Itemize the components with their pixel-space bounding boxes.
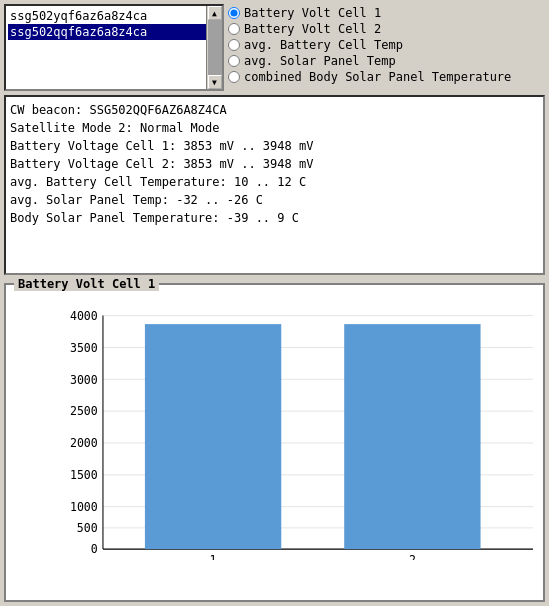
scroll-down-button[interactable]: ▼: [208, 75, 222, 89]
scrollbar-vertical[interactable]: ▲ ▼: [206, 6, 222, 89]
radio-label-4: avg. Solar Panel Temp: [244, 54, 396, 68]
svg-text:500: 500: [77, 521, 98, 535]
svg-text:1500: 1500: [70, 468, 98, 482]
beacon-line-2: Satellite Mode 2: Normal Mode: [10, 119, 539, 137]
svg-text:1: 1: [210, 553, 217, 560]
radio-battery-volt-cell2[interactable]: [228, 23, 240, 35]
scroll-up-button[interactable]: ▲: [208, 6, 222, 20]
radio-panel: Battery Volt Cell 1 Battery Volt Cell 2 …: [228, 4, 511, 91]
beacon-line-6: avg. Solar Panel Temp: -32 .. -26 C: [10, 191, 539, 209]
radio-avg-solar-panel-temp[interactable]: [228, 55, 240, 67]
radio-item-1[interactable]: Battery Volt Cell 1: [228, 6, 511, 20]
beacon-line-7: Body Solar Panel Temperature: -39 .. 9 C: [10, 209, 539, 227]
radio-combined-body-solar[interactable]: [228, 71, 240, 83]
beacon-line-1: CW beacon: SSG502QQF6AZ6A8Z4CA: [10, 101, 539, 119]
radio-item-2[interactable]: Battery Volt Cell 2: [228, 22, 511, 36]
beacon-line-3: Battery Voltage Cell 1: 3853 mV .. 3948 …: [10, 137, 539, 155]
radio-avg-battery-cell-temp[interactable]: [228, 39, 240, 51]
svg-text:3000: 3000: [70, 372, 98, 386]
scroll-track: [208, 20, 222, 75]
radio-label-3: avg. Battery Cell Temp: [244, 38, 403, 52]
svg-text:2500: 2500: [70, 404, 98, 418]
chart-svg: 4000 3500 3000 2500 2000 1500 1000: [61, 305, 533, 560]
satellite-list-content: ssg502yqf6az6a8z4ca ssg502qqf6az6a8z4ca: [6, 6, 222, 42]
radio-label-1: Battery Volt Cell 1: [244, 6, 381, 20]
main-container: ssg502yqf6az6a8z4ca ssg502qqf6az6a8z4ca …: [0, 0, 549, 606]
svg-text:2: 2: [409, 553, 416, 560]
svg-text:0: 0: [91, 542, 98, 556]
svg-text:2000: 2000: [70, 436, 98, 450]
satellite-item-1[interactable]: ssg502yqf6az6a8z4ca: [8, 8, 220, 24]
top-section: ssg502yqf6az6a8z4ca ssg502qqf6az6a8z4ca …: [0, 0, 549, 95]
beacon-line-5: avg. Battery Cell Temperature: 10 .. 12 …: [10, 173, 539, 191]
satellite-item-2[interactable]: ssg502qqf6az6a8z4ca: [8, 24, 220, 40]
svg-text:3500: 3500: [70, 341, 98, 355]
svg-text:4000: 4000: [70, 309, 98, 323]
bar-2: [344, 324, 480, 549]
radio-label-5: combined Body Solar Panel Temperature: [244, 70, 511, 84]
bar-1: [145, 324, 281, 549]
satellite-list[interactable]: ssg502yqf6az6a8z4ca ssg502qqf6az6a8z4ca …: [4, 4, 224, 91]
radio-label-2: Battery Volt Cell 2: [244, 22, 381, 36]
beacon-line-4: Battery Voltage Cell 2: 3853 mV .. 3948 …: [10, 155, 539, 173]
beacon-area: CW beacon: SSG502QQF6AZ6A8Z4CA Satellite…: [4, 95, 545, 275]
radio-item-5[interactable]: combined Body Solar Panel Temperature: [228, 70, 511, 84]
chart-section: Battery Volt Cell 1 4000 3500 3000 2500 …: [4, 283, 545, 602]
radio-battery-volt-cell1[interactable]: [228, 7, 240, 19]
svg-text:1000: 1000: [70, 500, 98, 514]
radio-item-3[interactable]: avg. Battery Cell Temp: [228, 38, 511, 52]
chart-inner: 4000 3500 3000 2500 2000 1500 1000: [6, 285, 543, 600]
radio-item-4[interactable]: avg. Solar Panel Temp: [228, 54, 511, 68]
